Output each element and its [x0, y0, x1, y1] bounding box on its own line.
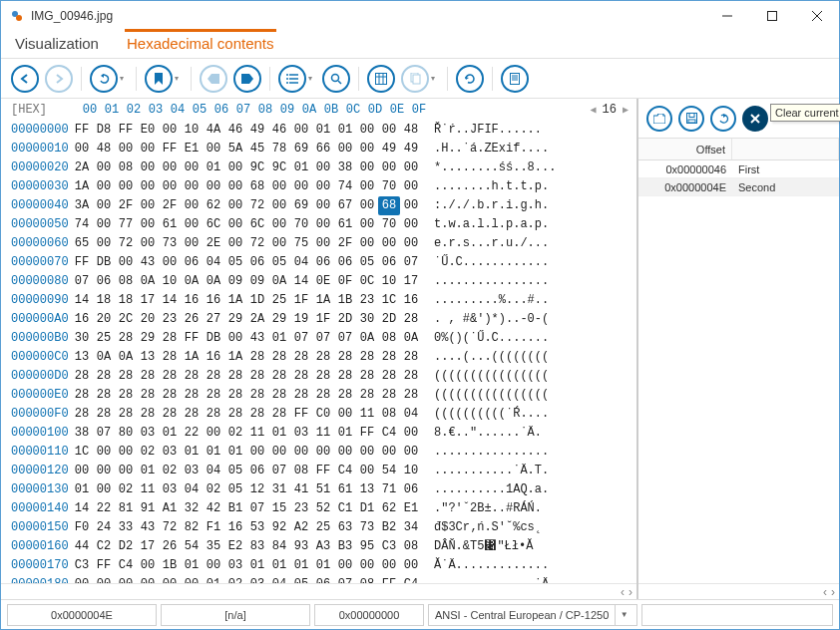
address[interactable]: 000000E0 — [11, 386, 71, 405]
hex-row[interactable]: 000000E028282828282828282828282828282828… — [11, 386, 629, 405]
hex-row[interactable]: 00000070FFDB0043000604050605040606050607… — [11, 253, 629, 272]
byte[interactable]: 02 — [115, 480, 137, 499]
byte[interactable]: 53 — [246, 518, 268, 537]
byte[interactable]: 95 — [356, 537, 378, 556]
byte[interactable]: 66 — [312, 140, 334, 158]
byte[interactable]: 01 — [203, 443, 224, 462]
byte[interactable]: D8 — [93, 121, 115, 140]
byte[interactable]: 22 — [181, 424, 203, 443]
hex-col[interactable]: 0D — [364, 103, 386, 117]
byte[interactable]: 54 — [378, 462, 400, 480]
byte[interactable]: 48 — [400, 121, 422, 140]
byte[interactable]: 00 — [268, 196, 290, 215]
byte[interactable]: 00 — [115, 253, 137, 272]
byte[interactable]: 00 — [378, 158, 400, 177]
address[interactable]: 00000150 — [11, 518, 71, 537]
hex-row[interactable]: 0000001000480000FFE1005A4578696600004949… — [11, 140, 629, 158]
byte[interactable]: 2C — [115, 310, 137, 329]
byte[interactable]: 28 — [137, 386, 159, 405]
address[interactable]: 00000120 — [11, 462, 71, 480]
byte[interactable]: 3A — [71, 196, 93, 215]
byte[interactable]: 00 — [159, 158, 181, 177]
byte[interactable]: 35 — [203, 537, 224, 556]
byte[interactable]: 54 — [181, 537, 203, 556]
hex-row[interactable]: 000001800000000000000102030405060708FFC4… — [11, 575, 629, 583]
byte[interactable]: 00 — [356, 462, 378, 480]
byte[interactable]: 43 — [137, 253, 159, 272]
byte[interactable]: 0F — [334, 272, 356, 291]
byte[interactable]: 00 — [203, 556, 224, 575]
grid-body[interactable]: 0x00000046First0x0000004ESecond — [638, 160, 839, 583]
byte[interactable]: 1B — [159, 556, 181, 575]
byte[interactable]: 11 — [137, 480, 159, 499]
hex-col[interactable]: 01 — [101, 103, 123, 117]
hex-row[interactable]: 000000F028282828282828282828FFC000110804… — [11, 405, 629, 424]
byte[interactable]: 44 — [71, 537, 93, 556]
byte[interactable]: 28 — [334, 367, 356, 386]
byte[interactable]: 07 — [334, 575, 356, 583]
byte[interactable]: 28 — [115, 386, 137, 405]
byte[interactable]: 28 — [181, 386, 203, 405]
dropdown-icon[interactable]: ▾ — [175, 74, 183, 83]
hex-col[interactable]: 06 — [210, 103, 232, 117]
byte[interactable]: 00 — [115, 443, 137, 462]
byte[interactable]: 5A — [224, 140, 246, 158]
address[interactable]: 00000130 — [11, 480, 71, 499]
byte[interactable]: 26 — [181, 310, 203, 329]
byte[interactable]: C3 — [378, 537, 400, 556]
byte[interactable]: 0C — [356, 272, 378, 291]
byte[interactable]: 00 — [224, 234, 246, 253]
byte[interactable]: 00 — [400, 177, 422, 196]
byte[interactable]: 04 — [268, 575, 290, 583]
grid-row[interactable]: 0x0000004ESecond — [638, 178, 839, 196]
byte[interactable]: 28 — [159, 386, 181, 405]
byte[interactable]: 01 — [203, 575, 224, 583]
byte[interactable]: 28 — [224, 405, 246, 424]
byte[interactable]: 03 — [246, 575, 268, 583]
byte[interactable]: 01 — [246, 556, 268, 575]
byte[interactable]: 43 — [137, 518, 159, 537]
byte[interactable]: 00 — [268, 443, 290, 462]
byte[interactable]: 00 — [334, 405, 356, 424]
byte[interactable]: 12 — [246, 480, 268, 499]
byte[interactable]: 00 — [334, 443, 356, 462]
scroll-left-icon[interactable]: ‹ — [621, 585, 625, 599]
hex-col[interactable]: 09 — [276, 103, 298, 117]
byte[interactable]: 00 — [93, 443, 115, 462]
dropdown-icon[interactable]: ▾ — [308, 74, 316, 83]
byte[interactable]: 00 — [181, 575, 203, 583]
byte[interactable]: 62 — [203, 196, 224, 215]
byte[interactable]: 28 — [246, 405, 268, 424]
byte[interactable]: 75 — [290, 234, 312, 253]
byte[interactable]: 74 — [334, 177, 356, 196]
byte[interactable]: 49 — [400, 140, 422, 158]
byte[interactable]: 2F — [334, 234, 356, 253]
byte[interactable]: 29 — [224, 310, 246, 329]
hex-row[interactable]: 0000016044C2D217265435E2838493A3B395C308… — [11, 537, 629, 556]
address[interactable]: 00000020 — [11, 158, 71, 177]
byte[interactable]: 16 — [203, 348, 224, 367]
byte[interactable]: 00 — [137, 215, 159, 234]
byte[interactable]: 72 — [246, 234, 268, 253]
byte[interactable]: 00 — [137, 140, 159, 158]
hex-col[interactable]: 0F — [408, 103, 430, 117]
byte[interactable]: 08 — [356, 575, 378, 583]
byte[interactable]: 06 — [246, 253, 268, 272]
address[interactable]: 000000F0 — [11, 405, 71, 424]
hex-col[interactable]: 04 — [167, 103, 189, 117]
byte[interactable]: 13 — [71, 348, 93, 367]
byte[interactable]: 00 — [181, 215, 203, 234]
byte[interactable]: 61 — [334, 480, 356, 499]
byte[interactable]: 14 — [71, 499, 93, 518]
byte[interactable]: 34 — [400, 518, 422, 537]
byte[interactable]: 16 — [400, 291, 422, 310]
scroll-left-icon[interactable]: ‹ — [823, 585, 827, 599]
byte[interactable]: 05 — [224, 480, 246, 499]
byte[interactable]: 28 — [93, 405, 115, 424]
byte[interactable]: 18 — [93, 291, 115, 310]
byte[interactable]: 00 — [159, 575, 181, 583]
byte[interactable]: 28 — [400, 386, 422, 405]
byte[interactable]: 00 — [159, 177, 181, 196]
byte[interactable]: D1 — [356, 499, 378, 518]
byte[interactable]: 07 — [268, 462, 290, 480]
